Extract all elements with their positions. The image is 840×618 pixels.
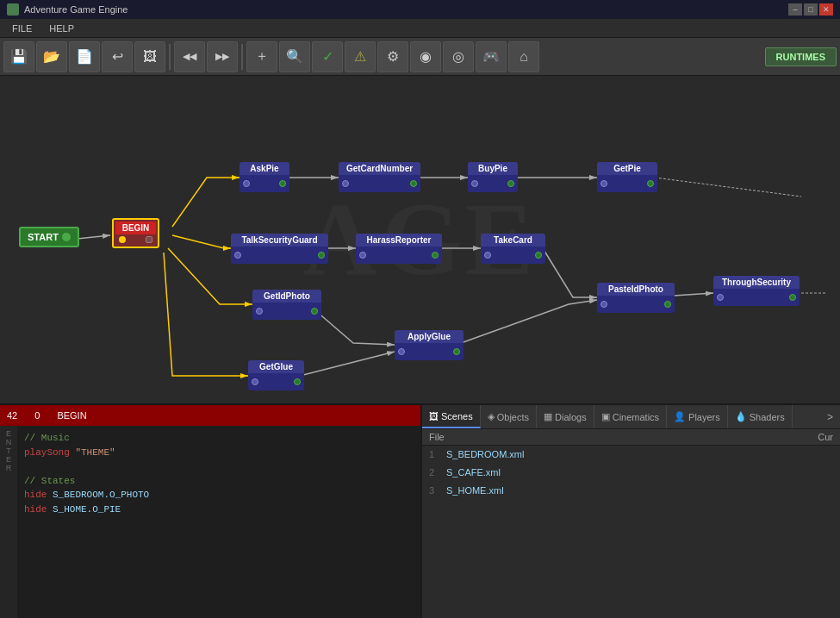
buypie-port-out (507, 180, 514, 187)
node-buypie[interactable]: BuyPie (468, 162, 518, 192)
players-icon: 👤 (674, 411, 686, 422)
app-icon (7, 3, 19, 16)
right-panel: 🖼 Scenes ◈ Objects ▦ Dialogs ▣ Cinematic… (422, 405, 840, 618)
tab-dialogs[interactable]: ▦ Dialogs (537, 405, 594, 428)
tb-forward[interactable]: ▶▶ (207, 41, 238, 72)
node-getcardnumber[interactable]: GetCardNumber (339, 162, 420, 192)
start-port (62, 233, 71, 241)
getcardnumber-body (339, 175, 420, 192)
row1-num: 1 (429, 449, 446, 459)
menu-file[interactable]: FILE (3, 22, 40, 35)
getpie-body (597, 175, 657, 192)
getglue-body (248, 373, 304, 390)
node-start[interactable]: START (19, 227, 79, 247)
tb-new[interactable]: 📄 (69, 41, 100, 72)
code-content: E N T E R E X I T // Music (0, 426, 420, 618)
harassreporter-body (356, 247, 442, 264)
code-line-3 (24, 459, 414, 474)
node-begin[interactable]: BEGIN (112, 218, 159, 248)
getcardnumber-port-in (342, 180, 349, 187)
throughsecurity-header: ThroughSecurity (713, 276, 800, 289)
tab-cinematics[interactable]: ▣ Cinematics (594, 405, 667, 428)
getglue-port-in (252, 378, 258, 385)
node-throughsecurity[interactable]: ThroughSecurity (713, 276, 800, 306)
node-applyglue[interactable]: ApplyGlue (395, 330, 464, 360)
tb-add[interactable]: ＋ (246, 41, 277, 72)
menu-bar: FILE HELP (0, 19, 840, 38)
begin-port-out (146, 236, 152, 243)
takecard-body (481, 247, 545, 264)
code-text: // Music playSong "THEME" // States hide… (17, 426, 420, 618)
tb-search[interactable]: 🔍 (279, 41, 310, 72)
table-row-3[interactable]: 3 S_HOME.xml (422, 482, 840, 500)
node-getidphoto[interactable]: GetIdPhoto (252, 290, 321, 320)
pasteidphoto-port-out (664, 301, 671, 308)
tb-spiral1[interactable]: ◉ (410, 41, 441, 72)
tb-warn[interactable]: ⚠ (345, 41, 376, 72)
window-controls: – □ ✕ (788, 3, 833, 16)
code-line-4: // States (24, 474, 414, 489)
getpie-header: GetPie (597, 162, 657, 175)
row3-num: 3 (429, 485, 446, 496)
tab-objects[interactable]: ◈ Objects (481, 405, 537, 428)
menu-help[interactable]: HELP (40, 22, 83, 35)
begin-header: BEGIN (115, 222, 156, 234)
toolbar: 💾 📂 📄 ↩ 🖼 ◀◀ ▶▶ ＋ 🔍 ✓ ⚠ ⚙ ◉ ◎ 🎮 ⌂ RUNTIM… (0, 38, 840, 76)
tb-undo[interactable]: ↩ (102, 41, 133, 72)
tb-home[interactable]: ⌂ (508, 41, 539, 72)
talksecurityguard-body (231, 247, 328, 264)
tb-image[interactable]: 🖼 (134, 41, 165, 72)
tb-save[interactable]: 💾 (3, 41, 34, 72)
objects-label: Objects (497, 412, 529, 422)
getidphoto-body (252, 303, 321, 320)
code-line-2: playSong "THEME" (24, 446, 414, 460)
row2-num: 2 (429, 467, 446, 478)
node-takecard[interactable]: TakeCard (481, 234, 545, 264)
node-getpie[interactable]: GetPie (597, 162, 657, 192)
takecard-port-out (535, 252, 542, 259)
tab-players[interactable]: 👤 Players (667, 405, 728, 428)
buypie-header: BuyPie (468, 162, 518, 175)
row1-file: S_BEDROOM.xml (446, 449, 781, 459)
getpie-port-out (647, 180, 654, 187)
table-row-2[interactable]: 2 S_CAFE.xml (422, 464, 840, 482)
tb-gear[interactable]: ⚙ (377, 41, 408, 72)
maximize-button[interactable]: □ (804, 3, 818, 16)
row2-file: S_CAFE.xml (446, 467, 781, 478)
tb-back[interactable]: ◀◀ (174, 41, 205, 72)
minimize-button[interactable]: – (788, 3, 802, 16)
close-button[interactable]: ✕ (819, 3, 833, 16)
askpie-port-out (279, 180, 286, 187)
cinematics-icon: ▣ (601, 411, 610, 422)
askpie-body (240, 175, 289, 192)
node-harassreporter[interactable]: HarassReporter (356, 234, 442, 264)
shaders-label: Shaders (750, 412, 785, 422)
tb-check[interactable]: ✓ (312, 41, 343, 72)
code-column-number: 0 (34, 410, 40, 421)
getcardnumber-header: GetCardNumber (339, 162, 420, 175)
runtimes-button[interactable]: RUNTIMES (765, 47, 837, 66)
talksecurityguard-port-in (234, 252, 241, 259)
node-pasteidphoto[interactable]: PasteIdPhoto (597, 283, 675, 313)
node-askpie[interactable]: AskPie (240, 162, 289, 192)
tb-open[interactable]: 📂 (36, 41, 67, 72)
tb-game[interactable]: 🎮 (476, 41, 507, 72)
table-row-1[interactable]: 1 S_BEDROOM.xml (422, 446, 840, 464)
harassreporter-header: HarassReporter (356, 234, 442, 247)
tab-scenes[interactable]: 🖼 Scenes (422, 405, 481, 428)
getglue-port-out (294, 378, 301, 385)
node-getglue[interactable]: GetGlue (248, 360, 304, 390)
tb-spiral2[interactable]: ◎ (443, 41, 474, 72)
applyglue-port-in (398, 348, 405, 355)
tab-shaders[interactable]: 💧 Shaders (728, 405, 793, 428)
start-label: START (28, 232, 59, 242)
enter-label-group: E N T E R (6, 429, 12, 472)
app-title: Adventure Game Engine (24, 4, 128, 15)
svg-line-8 (300, 352, 395, 376)
code-line-number: 42 (7, 410, 17, 421)
col-header-file: File (429, 432, 781, 442)
tab-more[interactable]: > (820, 408, 840, 427)
node-talksecurityguard[interactable]: TalkSecurityGuard (231, 234, 328, 264)
scenes-icon: 🖼 (429, 411, 439, 421)
getidphoto-port-in (256, 308, 263, 315)
